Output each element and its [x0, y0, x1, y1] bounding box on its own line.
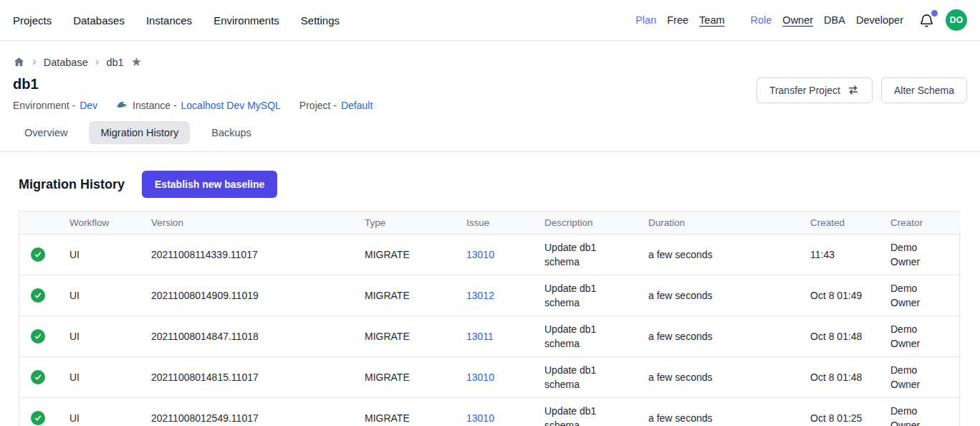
- cell-type: MIGRATE: [365, 316, 466, 357]
- status-done-icon: [31, 329, 45, 344]
- issue-link[interactable]: 13010: [466, 371, 494, 383]
- role-option-developer[interactable]: Developer: [856, 14, 903, 26]
- col-status: [19, 212, 69, 235]
- page-header-left: db1 Environment - Dev Instance - Localho…: [13, 69, 373, 111]
- col-type: Type: [365, 212, 466, 235]
- environment-label: Environment -: [13, 100, 75, 111]
- col-description: Description: [544, 212, 648, 235]
- cell-type: MIGRATE: [365, 235, 466, 275]
- topbar-right: Plan Free Team Role Owner DBA Developer …: [635, 9, 967, 31]
- role-option-dba[interactable]: DBA: [824, 14, 845, 26]
- cell-creator: Demo Owner: [890, 316, 961, 357]
- status-done-icon: [31, 411, 45, 425]
- table-row[interactable]: UI 20211008012549.11017 MIGRATE 13010 Up…: [19, 398, 961, 426]
- cell-created: Oct 8 01:48: [810, 357, 890, 398]
- page-header-actions: Transfer Project Alter Schema: [756, 77, 967, 103]
- status-done-icon: [31, 288, 45, 303]
- table-row[interactable]: UI 20211008114339.11017 MIGRATE 13010 Up…: [19, 235, 961, 275]
- environment-link[interactable]: Dev: [80, 100, 97, 111]
- breadcrumb-item-db1: db1: [106, 57, 123, 68]
- favorite-star-icon[interactable]: ★: [131, 56, 142, 68]
- col-creator: Creator: [890, 212, 961, 235]
- issue-link[interactable]: 13010: [466, 412, 494, 424]
- cell-workflow: UI: [69, 398, 151, 426]
- plan-option-free[interactable]: Free: [667, 14, 688, 26]
- col-created: Created: [810, 212, 890, 235]
- status-done-icon: [31, 370, 45, 384]
- nav-item-databases[interactable]: Databases: [73, 14, 125, 27]
- cell-type: MIGRATE: [365, 357, 466, 398]
- notification-bell-icon[interactable]: [918, 12, 935, 29]
- instance-label: Instance -: [133, 100, 176, 111]
- table-row[interactable]: UI 20211008014815.11017 MIGRATE 13010 Up…: [19, 357, 961, 398]
- issue-link[interactable]: 13012: [466, 290, 494, 301]
- plan-label: Plan: [635, 14, 656, 26]
- cell-duration: a few seconds: [648, 275, 810, 316]
- cell-type: MIGRATE: [365, 398, 466, 426]
- plan-option-team[interactable]: Team: [699, 14, 724, 26]
- cell-duration: a few seconds: [648, 235, 810, 275]
- issue-link[interactable]: 13011: [466, 331, 494, 342]
- establish-new-baseline-button[interactable]: Establish new baseline: [142, 171, 277, 198]
- section-header: Migration History Establish new baseline: [19, 171, 961, 198]
- cell-created: Oct 8 01:48: [810, 316, 890, 357]
- cell-workflow: UI: [69, 357, 151, 398]
- database-tabs: Overview Migration History Backups: [0, 111, 980, 152]
- tab-migration-history[interactable]: Migration History: [89, 121, 190, 144]
- page-header: db1 Environment - Dev Instance - Localho…: [0, 69, 980, 111]
- chevron-right-icon: ›: [32, 55, 37, 69]
- issue-link[interactable]: 13010: [466, 249, 494, 260]
- alter-schema-button[interactable]: Alter Schema: [881, 77, 967, 103]
- cell-workflow: UI: [69, 275, 151, 316]
- table-row[interactable]: UI 20211008014909.11019 MIGRATE 13012 Up…: [19, 275, 961, 316]
- nav-item-environments[interactable]: Environments: [213, 14, 279, 27]
- role-option-owner[interactable]: Owner: [782, 14, 813, 26]
- cell-version: 20211008014909.11019: [151, 275, 365, 316]
- nav-item-projects[interactable]: Projects: [13, 14, 52, 27]
- cell-version: 20211008012549.11017: [151, 398, 365, 426]
- cell-created: Oct 8 01:49: [810, 275, 890, 316]
- chevron-right-icon: ›: [95, 55, 100, 69]
- transfer-project-label: Transfer Project: [769, 85, 840, 96]
- col-duration: Duration: [648, 212, 810, 235]
- cell-description: Update db1 schema: [544, 357, 648, 398]
- cell-version: 20211008014847.11018: [151, 316, 365, 357]
- migration-history-section: Migration History Establish new baseline…: [0, 171, 980, 426]
- breadcrumb: › Database › db1 ★: [0, 41, 980, 69]
- cell-description: Update db1 schema: [544, 275, 648, 316]
- cell-description: Update db1 schema: [544, 235, 648, 275]
- role-label: Role: [751, 14, 772, 26]
- transfer-project-button[interactable]: Transfer Project: [756, 77, 873, 103]
- cell-duration: a few seconds: [648, 398, 810, 426]
- instance-link[interactable]: Localhost Dev MySQL: [181, 100, 281, 111]
- alter-schema-label: Alter Schema: [894, 85, 954, 96]
- project-link[interactable]: Default: [341, 100, 373, 111]
- cell-version: 20211008014815.11017: [151, 357, 365, 398]
- col-workflow: Workflow: [69, 212, 151, 235]
- database-meta-row: Environment - Dev Instance - Localhost D…: [13, 99, 373, 111]
- tab-backups[interactable]: Backups: [200, 121, 263, 144]
- tab-overview[interactable]: Overview: [13, 121, 79, 144]
- nav-item-instances[interactable]: Instances: [146, 14, 192, 27]
- col-issue: Issue: [466, 212, 544, 235]
- cell-description: Update db1 schema: [544, 398, 648, 426]
- project-label: Project -: [299, 100, 337, 111]
- cell-creator: Demo Owner: [890, 357, 961, 398]
- notification-dot: [931, 10, 938, 16]
- cell-creator: Demo Owner: [890, 398, 961, 426]
- home-icon[interactable]: [13, 56, 25, 68]
- breadcrumb-item-database[interactable]: Database: [44, 57, 88, 68]
- cell-created: Oct 8 01:25: [810, 398, 890, 426]
- status-done-icon: [31, 247, 45, 262]
- cell-workflow: UI: [69, 316, 151, 357]
- cell-duration: a few seconds: [648, 357, 810, 398]
- top-navigation-bar: Projects Databases Instances Environment…: [0, 0, 980, 41]
- cell-creator: Demo Owner: [890, 235, 961, 275]
- table-row[interactable]: UI 20211008014847.11018 MIGRATE 13011 Up…: [19, 316, 961, 357]
- nav-item-settings[interactable]: Settings: [301, 14, 340, 27]
- cell-version: 20211008114339.11017: [151, 235, 365, 275]
- main-nav: Projects Databases Instances Environment…: [13, 14, 340, 27]
- migration-history-table: Workflow Version Type Issue Description …: [19, 211, 960, 426]
- user-avatar[interactable]: DO: [946, 9, 967, 31]
- swap-arrows-icon: [847, 85, 860, 95]
